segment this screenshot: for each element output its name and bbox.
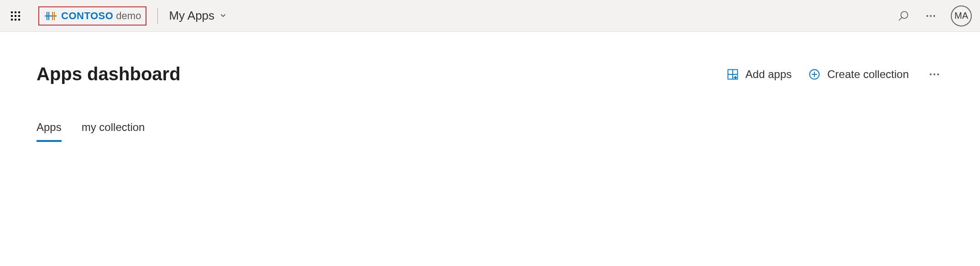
svg-point-29 <box>937 73 939 75</box>
more-header-button[interactable] <box>917 2 944 30</box>
main-content: Apps dashboard Add apps Create col <box>0 32 980 142</box>
svg-point-3 <box>11 15 13 17</box>
svg-point-2 <box>18 11 21 13</box>
page-actions: Add apps Create collection <box>726 68 944 81</box>
svg-point-18 <box>933 15 935 17</box>
more-horizontal-icon <box>928 68 941 81</box>
more-actions-button[interactable] <box>925 68 944 81</box>
more-horizontal-icon <box>925 10 937 22</box>
create-collection-label: Create collection <box>827 68 909 81</box>
svg-line-15 <box>899 17 902 21</box>
svg-point-5 <box>18 15 21 17</box>
app-launcher-button[interactable] <box>2 2 29 30</box>
chevron-down-icon <box>219 9 227 23</box>
tab-apps[interactable]: Apps <box>36 121 62 142</box>
user-avatar[interactable]: MA <box>951 5 972 26</box>
tab-my-collection[interactable]: my collection <box>82 121 145 142</box>
brand-name: CONTOSO <box>61 10 113 22</box>
plus-circle-icon <box>808 68 821 81</box>
brand-logo[interactable]: CONTOSO demo <box>38 6 146 26</box>
title-row: Apps dashboard Add apps Create col <box>36 64 944 84</box>
svg-point-0 <box>11 11 13 13</box>
svg-point-17 <box>930 15 932 17</box>
add-apps-label: Add apps <box>745 68 792 81</box>
add-apps-button[interactable]: Add apps <box>726 68 792 81</box>
avatar-initials: MA <box>954 10 968 21</box>
svg-point-28 <box>933 73 935 75</box>
create-collection-button[interactable]: Create collection <box>808 68 909 81</box>
svg-point-8 <box>18 18 21 21</box>
vertical-separator <box>157 8 158 24</box>
brand-sub: demo <box>116 10 141 22</box>
svg-point-27 <box>930 73 932 75</box>
top-nav: CONTOSO demo My Apps MA <box>0 0 980 32</box>
waffle-icon <box>10 10 21 21</box>
svg-point-6 <box>11 18 13 21</box>
svg-point-7 <box>15 18 17 21</box>
svg-point-16 <box>926 15 928 17</box>
svg-point-4 <box>15 15 17 17</box>
svg-point-1 <box>15 11 17 13</box>
app-dropdown-label: My Apps <box>169 9 214 23</box>
page-title: Apps dashboard <box>36 64 181 84</box>
app-dropdown[interactable]: My Apps <box>169 9 227 23</box>
brand-mark-icon <box>44 9 57 23</box>
add-apps-icon <box>726 68 739 81</box>
search-button[interactable] <box>890 2 917 30</box>
tabs: Apps my collection <box>36 121 944 142</box>
search-icon <box>897 10 909 22</box>
svg-point-14 <box>901 11 908 18</box>
